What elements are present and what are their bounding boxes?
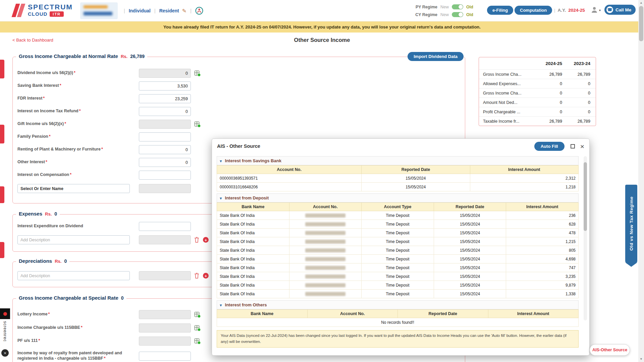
other-interest-input[interactable]: [139, 158, 191, 167]
ais-import-icon[interactable]: [194, 121, 201, 128]
modal-header: AIS - Other Source Auto Fill: [212, 139, 589, 154]
deposit-interest-table: Bank Name Account No. Account Type Repor…: [217, 202, 579, 298]
scroll-up-arrow-icon[interactable]: [638, 0, 644, 6]
modal-scrollbar[interactable]: [584, 156, 587, 320]
auto-fill-button[interactable]: Auto Fill: [534, 142, 565, 151]
delete-row-icon[interactable]: [194, 237, 199, 243]
left-panel-tab[interactable]: [0, 60, 4, 78]
old-vs-new-regime-tab[interactable]: Old vs New Tax Regime: [625, 185, 637, 262]
section-total: 0: [54, 211, 57, 217]
residency-link[interactable]: Resident: [159, 8, 179, 13]
left-panel-tab[interactable]: [0, 242, 4, 258]
add-row-icon[interactable]: [203, 273, 209, 279]
page-scrollbar[interactable]: [638, 0, 644, 362]
select-or-enter-name-input[interactable]: [17, 184, 130, 193]
field-label: Gift Income u/s 56(2)(x): [17, 121, 66, 127]
summary-value: 0: [564, 110, 596, 114]
screenrec-close-icon[interactable]: [1, 349, 9, 357]
fdr-interest-input[interactable]: [139, 94, 191, 103]
cy-regime-toggle[interactable]: [452, 12, 463, 17]
savings-bank-section-toggle[interactable]: Interest from Savings Bank: [217, 156, 579, 165]
gift-income-input: [139, 120, 191, 129]
import-dividend-data-button[interactable]: Import Dividend Data: [408, 52, 464, 61]
summary-row: Amount Not Ded... 0 0: [479, 98, 596, 107]
user-menu[interactable]: [590, 6, 601, 14]
currency-label: Rs.: [45, 212, 52, 217]
assessment-year: A.Y. 2024-25: [554, 8, 585, 13]
expense-amount-input: [139, 235, 191, 244]
ay-value[interactable]: 2024-25: [568, 8, 585, 13]
ais-import-icon[interactable]: [194, 311, 201, 318]
table-header-row: Bank Name Account No. Account Type Repor…: [217, 203, 579, 211]
efiling-button[interactable]: e-Filing: [487, 6, 513, 15]
redacted-account-number: [305, 292, 345, 296]
ais-import-icon[interactable]: [194, 70, 201, 77]
currency-label: Rs.: [121, 54, 127, 59]
summary-label: Profit Chargeable ...: [479, 110, 531, 114]
modal-scrollbar-thumb[interactable]: [584, 162, 587, 231]
person-status-icon[interactable]: [195, 7, 203, 15]
modal-body: Interest from Savings Bank Account No. R…: [217, 154, 579, 348]
field-label: PF u/s 111: [17, 338, 40, 344]
left-panel-tab[interactable]: [0, 186, 4, 203]
renting-plant-machinery-input[interactable]: [139, 145, 191, 154]
profile-type-link[interactable]: Individual: [129, 8, 151, 13]
section-title: Depreciations: [19, 258, 52, 264]
summary-value: 26,789: [531, 72, 564, 77]
add-row-icon[interactable]: [203, 237, 209, 243]
col-reported-date: Reported Date: [434, 203, 506, 211]
computation-button[interactable]: Computation: [515, 6, 552, 15]
left-panel-tab[interactable]: [0, 125, 4, 143]
royalty-115bbf-input[interactable]: [139, 352, 191, 361]
deposit-section-toggle[interactable]: Interest from Deposit: [217, 193, 579, 202]
cy-regime-old-label: Old: [466, 12, 473, 17]
interest-expenditure-dividend-input[interactable]: [139, 222, 191, 231]
py-regime-row: PY Regime New Old: [413, 3, 473, 11]
screenrec-icon[interactable]: [0, 308, 10, 319]
summary-col-2024-25: 2024-25: [531, 61, 564, 66]
redacted-account-number: [305, 257, 345, 261]
col-account-no: Account No.: [217, 166, 362, 174]
compensation-interest-input[interactable]: [139, 171, 191, 180]
table-row: State Bank Of India Time Deposit 15/05/2…: [217, 255, 579, 263]
summary-label: Amount Not Ded...: [479, 100, 531, 105]
edit-pencil-icon[interactable]: [182, 8, 186, 14]
ais-other-source-float-button[interactable]: AIS-Other Source: [590, 344, 630, 356]
chevron-down-icon: [220, 302, 225, 308]
delete-row-icon[interactable]: [194, 273, 199, 279]
phone-icon: [606, 6, 613, 13]
user-identity-badge[interactable]: [80, 2, 118, 19]
call-me-button[interactable]: Call Me: [604, 5, 636, 15]
section-header: Gross Income Chargeable at Normal Rate R…: [16, 53, 147, 59]
summary-value: 0: [531, 100, 564, 105]
close-icon[interactable]: [580, 143, 584, 150]
brand-tag: ITR: [50, 11, 64, 17]
summary-row: Taxable Income fr... 26,789 26,789: [479, 116, 596, 126]
redacted-account-number: [305, 248, 345, 252]
app-header: SPECTRUM CLOUD ITR Individual Resident P…: [0, 0, 644, 21]
summary-value: 0: [564, 81, 596, 86]
redacted-account-number: [305, 283, 345, 287]
section-header: Gross Income Chargeable at Special Rate …: [16, 295, 126, 301]
section-title: Interest from Savings Bank: [225, 158, 281, 163]
table-row: State Bank Of India Time Deposit 15/05/2…: [217, 263, 579, 272]
family-pension-input[interactable]: [139, 132, 191, 141]
section-total: 26,789: [130, 54, 145, 59]
summary-row: Allowed Expenses... 0 0: [479, 79, 596, 88]
page-scrollbar-thumb[interactable]: [639, 6, 643, 41]
section-total: 0: [121, 295, 124, 301]
py-regime-toggle[interactable]: [452, 4, 463, 9]
saving-bank-interest-input[interactable]: [139, 81, 191, 90]
scroll-down-arrow-icon[interactable]: [638, 356, 644, 362]
table-row: 00000036951393571 15/05/2024 2,312: [217, 174, 579, 183]
field-label: Other Interest: [17, 160, 47, 165]
depreciation-description-input[interactable]: [17, 271, 130, 280]
ais-import-icon[interactable]: [194, 325, 201, 331]
ais-import-icon[interactable]: [194, 338, 201, 345]
chevron-down-icon: [599, 7, 601, 13]
tax-refund-interest-input[interactable]: [139, 107, 191, 116]
expense-description-input[interactable]: [17, 235, 130, 244]
others-section-toggle[interactable]: Interest from Others: [217, 300, 579, 309]
table-row: 00000031016648206 15/05/2024 1,218: [217, 183, 579, 191]
maximize-icon[interactable]: [571, 144, 575, 148]
